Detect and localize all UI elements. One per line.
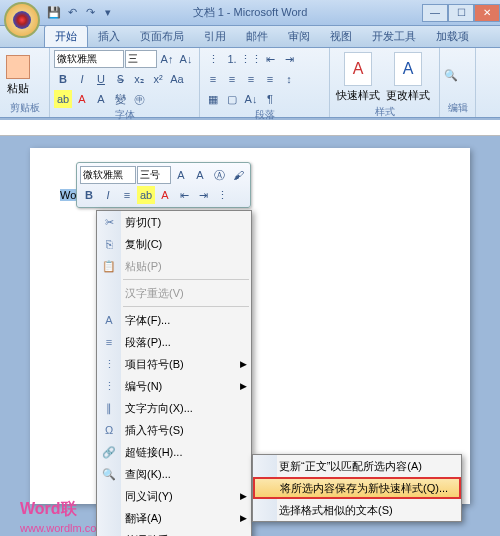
mini-bullets[interactable]: ⋮ bbox=[213, 186, 231, 204]
ctx-item[interactable]: ⎘复制(C) bbox=[97, 233, 251, 255]
ctx-item[interactable]: ⋮编号(N)▶ bbox=[97, 375, 251, 397]
ctx-item[interactable]: 🔗超链接(H)... bbox=[97, 441, 251, 463]
grow-font-icon[interactable]: A↑ bbox=[158, 50, 176, 68]
multilevel-button[interactable]: ⋮⋮ bbox=[242, 50, 260, 68]
close-button[interactable]: ✕ bbox=[474, 4, 500, 22]
ribbon-tabs: 开始 插入 页面布局 引用 邮件 审阅 视图 开发工具 加载项 bbox=[0, 26, 500, 48]
ctx-label: 剪切(T) bbox=[125, 215, 161, 230]
group-styles: 样式 bbox=[334, 105, 435, 119]
enclose-button[interactable]: ㊥ bbox=[130, 90, 148, 108]
changestyle-icon: A bbox=[394, 52, 422, 86]
mini-shrink-icon[interactable]: A bbox=[191, 166, 209, 184]
char-border-button[interactable]: A bbox=[92, 90, 110, 108]
sort-button[interactable]: A↓ bbox=[242, 90, 260, 108]
align-center-button[interactable]: ≡ bbox=[223, 70, 241, 88]
ctx-item[interactable]: 同义词(Y)▶ bbox=[97, 485, 251, 507]
tab-home[interactable]: 开始 bbox=[44, 25, 88, 47]
subscript-button[interactable]: x₂ bbox=[130, 70, 148, 88]
ctx-item[interactable]: ⋮项目符号(B)▶ bbox=[97, 353, 251, 375]
tab-view[interactable]: 视图 bbox=[320, 26, 362, 47]
superscript-button[interactable]: x² bbox=[149, 70, 167, 88]
highlight-button[interactable]: ab bbox=[54, 90, 72, 108]
borders-button[interactable]: ▢ bbox=[223, 90, 241, 108]
mini-highlight[interactable]: ab bbox=[137, 186, 155, 204]
indent-dec-button[interactable]: ⇤ bbox=[261, 50, 279, 68]
case-button[interactable]: Aa bbox=[168, 70, 186, 88]
shading-button[interactable]: ▦ bbox=[204, 90, 222, 108]
ctx-item[interactable]: Ω插入符号(S) bbox=[97, 419, 251, 441]
ctx-item[interactable]: 翻译(A)▶ bbox=[97, 507, 251, 529]
show-marks-button[interactable]: ¶ bbox=[261, 90, 279, 108]
italic-button[interactable]: I bbox=[73, 70, 91, 88]
ruler[interactable] bbox=[0, 120, 500, 136]
ctx-item[interactable]: ∥文字方向(X)... bbox=[97, 397, 251, 419]
paste-button[interactable]: 粘贴 bbox=[4, 53, 32, 98]
qat-dropdown-icon[interactable]: ▾ bbox=[100, 5, 116, 21]
change-styles-button[interactable]: A更改样式 bbox=[384, 50, 432, 105]
submenu-item[interactable]: 选择格式相似的文本(S) bbox=[253, 499, 461, 521]
ctx-item[interactable]: 英语助手(E)▶ bbox=[97, 529, 251, 536]
mini-font-combo[interactable]: 微软雅黑 bbox=[80, 166, 136, 184]
indent-inc-button[interactable]: ⇥ bbox=[280, 50, 298, 68]
save-icon[interactable]: 💾 bbox=[46, 5, 62, 21]
submenu-item[interactable]: 将所选内容保存为新快速样式(Q)... bbox=[253, 477, 461, 499]
mini-center[interactable]: ≡ bbox=[118, 186, 136, 204]
ctx-icon: ∥ bbox=[101, 400, 117, 416]
redo-icon[interactable]: ↷ bbox=[82, 5, 98, 21]
font-family-combo[interactable]: 微软雅黑 bbox=[54, 50, 124, 68]
mini-italic[interactable]: I bbox=[99, 186, 117, 204]
align-right-button[interactable]: ≡ bbox=[242, 70, 260, 88]
tab-addins[interactable]: 加载项 bbox=[426, 26, 479, 47]
tab-dev[interactable]: 开发工具 bbox=[362, 26, 426, 47]
minimize-button[interactable]: — bbox=[422, 4, 448, 22]
ctx-item[interactable]: 🔍查阅(K)... bbox=[97, 463, 251, 485]
bold-button[interactable]: B bbox=[54, 70, 72, 88]
line-spacing-button[interactable]: ↕ bbox=[280, 70, 298, 88]
font-color-button[interactable]: A bbox=[73, 90, 91, 108]
ctx-item[interactable]: A字体(F)... bbox=[97, 309, 251, 331]
mini-bold[interactable]: B bbox=[80, 186, 98, 204]
ctx-item[interactable]: ≡段落(P)... bbox=[97, 331, 251, 353]
mini-styles-icon[interactable]: Ⓐ bbox=[210, 166, 228, 184]
ctx-label: 汉字重选(V) bbox=[125, 286, 184, 301]
phonetic-button[interactable]: 變 bbox=[111, 90, 129, 108]
tab-insert[interactable]: 插入 bbox=[88, 26, 130, 47]
tab-review[interactable]: 审阅 bbox=[278, 26, 320, 47]
tab-references[interactable]: 引用 bbox=[194, 26, 236, 47]
context-menu: ✂剪切(T)⎘复制(C)📋粘贴(P)汉字重选(V)A字体(F)...≡段落(P)… bbox=[96, 210, 252, 536]
mini-color[interactable]: A bbox=[156, 186, 174, 204]
find-icon[interactable]: 🔍 bbox=[444, 69, 458, 82]
office-button[interactable] bbox=[4, 2, 40, 38]
align-left-button[interactable]: ≡ bbox=[204, 70, 222, 88]
ribbon: 粘贴 剪贴板 微软雅黑 三 A↑ A↓ B I U S̶ x₂ x² Aa ab… bbox=[0, 48, 500, 118]
group-clipboard: 剪贴板 bbox=[4, 101, 45, 115]
bullets-button[interactable]: ⋮ bbox=[204, 50, 222, 68]
numbering-button[interactable]: 1. bbox=[223, 50, 241, 68]
ctx-label: 段落(P)... bbox=[125, 335, 171, 350]
mini-size-combo[interactable]: 三号 bbox=[137, 166, 171, 184]
mini-indent-inc[interactable]: ⇥ bbox=[194, 186, 212, 204]
shrink-font-icon[interactable]: A↓ bbox=[177, 50, 195, 68]
tab-layout[interactable]: 页面布局 bbox=[130, 26, 194, 47]
quick-styles-button[interactable]: A快速样式 bbox=[334, 50, 382, 105]
mini-painter-icon[interactable]: 🖌 bbox=[229, 166, 247, 184]
ctx-icon: ⎘ bbox=[101, 236, 117, 252]
submenu-item[interactable]: 更新“正文”以匹配所选内容(A) bbox=[253, 455, 461, 477]
ctx-item[interactable]: ✂剪切(T) bbox=[97, 211, 251, 233]
align-justify-button[interactable]: ≡ bbox=[261, 70, 279, 88]
ctx-label: 同义词(Y) bbox=[125, 489, 173, 504]
strike-button[interactable]: S̶ bbox=[111, 70, 129, 88]
mini-indent-dec[interactable]: ⇤ bbox=[175, 186, 193, 204]
font-size-combo[interactable]: 三 bbox=[125, 50, 157, 68]
ctx-label: 粘贴(P) bbox=[125, 259, 162, 274]
underline-button[interactable]: U bbox=[92, 70, 110, 88]
tab-mail[interactable]: 邮件 bbox=[236, 26, 278, 47]
mini-toolbar: 微软雅黑 三号 A A Ⓐ 🖌 B I ≡ ab A ⇤ ⇥ ⋮ bbox=[76, 162, 251, 208]
mini-grow-icon[interactable]: A bbox=[172, 166, 190, 184]
submenu-label: 将所选内容保存为新快速样式(Q)... bbox=[280, 481, 448, 496]
ctx-label: 文字方向(X)... bbox=[125, 401, 193, 416]
submenu-label: 更新“正文”以匹配所选内容(A) bbox=[279, 459, 422, 474]
ctx-icon: 🔗 bbox=[101, 444, 117, 460]
undo-icon[interactable]: ↶ bbox=[64, 5, 80, 21]
maximize-button[interactable]: ☐ bbox=[448, 4, 474, 22]
